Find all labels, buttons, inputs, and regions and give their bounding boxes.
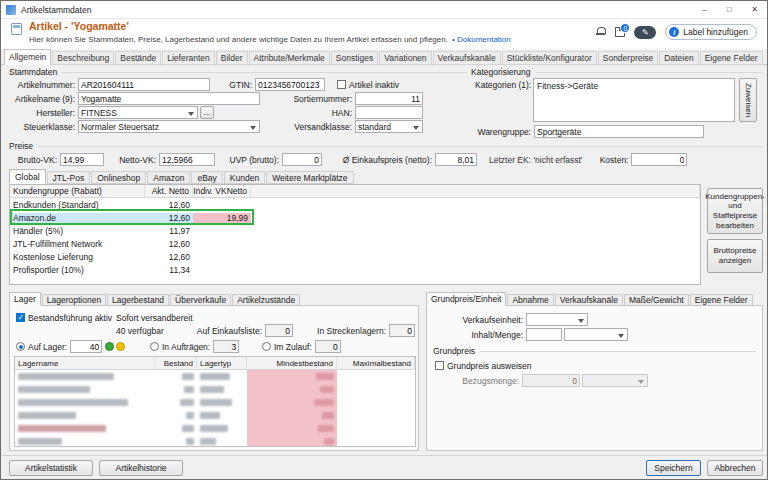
tab-attribute[interactable]: Attribute/Merkmale bbox=[249, 51, 330, 65]
artikel-inaktiv-label: Artikel inaktiv bbox=[349, 80, 399, 90]
tab-sonderpreise[interactable]: Sonderpreise bbox=[598, 51, 659, 65]
warengruppe-field[interactable] bbox=[534, 125, 704, 138]
tab-bestaende[interactable]: Bestände bbox=[115, 51, 161, 65]
label-hinzufuegen-button[interactable]: i Label hinzufügen bbox=[665, 24, 757, 40]
stock-ok-icon[interactable] bbox=[105, 342, 114, 351]
dokumentation-link[interactable]: Dokumentation bbox=[452, 35, 511, 44]
tab-allgemein[interactable]: Allgemein bbox=[4, 49, 51, 65]
artikelname-field[interactable] bbox=[78, 92, 260, 105]
im-zulauf-radio[interactable] bbox=[262, 342, 271, 351]
tab-bilder[interactable]: Bilder bbox=[216, 51, 248, 65]
article-icon bbox=[11, 23, 22, 35]
table-row[interactable]: Händler (5%) 11,97 bbox=[10, 224, 700, 237]
inhalt-einheit-select[interactable] bbox=[564, 328, 628, 341]
warehouse-row[interactable] bbox=[15, 435, 415, 447]
netto-vk-field[interactable] bbox=[159, 153, 215, 166]
im-zulauf-field[interactable] bbox=[315, 340, 341, 353]
tab-eigene-felder[interactable]: Eigene Felder bbox=[700, 51, 763, 65]
lager-tab-lager[interactable]: Lager bbox=[9, 292, 41, 306]
preis-tab-amazon[interactable]: Amazon bbox=[147, 171, 190, 184]
table-row[interactable]: Kostenlose Lieferung 12,60 bbox=[10, 250, 700, 263]
preis-tab-weitere[interactable]: Weitere Marktplätze bbox=[266, 171, 353, 184]
col-lagername[interactable]: Lagername bbox=[15, 357, 155, 370]
col-kundengruppe[interactable]: Kundengruppe (Rabatt) bbox=[10, 185, 145, 198]
verkaufseinheit-select[interactable] bbox=[526, 313, 588, 326]
streckenlager-field[interactable] bbox=[389, 324, 415, 337]
table-row-selected[interactable]: Amazon.de 12,60 19,99 bbox=[10, 211, 700, 224]
stock-edit-icon[interactable] bbox=[116, 342, 125, 351]
artikel-inaktiv-checkbox[interactable] bbox=[337, 80, 346, 89]
han-field[interactable] bbox=[355, 106, 423, 119]
staffelpreise-button[interactable]: Kundengruppen- und Staffelpreise bearbei… bbox=[707, 188, 763, 234]
package-icon[interactable]: 0 bbox=[615, 27, 625, 37]
tab-lieferanten[interactable]: Lieferanten bbox=[162, 51, 215, 65]
artikelhistorie-button[interactable]: Artikelhistorie bbox=[99, 460, 183, 476]
maximize-icon[interactable]: □ bbox=[717, 1, 742, 18]
cell-akt-netto: 12,60 bbox=[145, 252, 193, 262]
in-auftraegen-radio[interactable] bbox=[150, 342, 159, 351]
table-row[interactable]: Endkunden (Standard) 12,60 bbox=[10, 198, 700, 211]
brutto-vk-field[interactable] bbox=[60, 153, 104, 166]
cell-akt-netto: 12,60 bbox=[145, 239, 193, 249]
gtin-field[interactable] bbox=[255, 78, 325, 91]
kategorien-box[interactable]: Fitness->Geräte bbox=[533, 78, 735, 122]
warehouse-row[interactable] bbox=[15, 409, 415, 422]
artikelstatistik-button[interactable]: Artikelstatistik bbox=[9, 460, 93, 476]
minimize-icon[interactable]: – bbox=[692, 1, 717, 18]
bestandsfuehrung-checkbox[interactable] bbox=[16, 313, 25, 322]
uvp-field[interactable] bbox=[282, 153, 322, 166]
zuweisen-button[interactable]: Zuweisen bbox=[739, 78, 757, 122]
warehouse-row[interactable] bbox=[15, 370, 415, 383]
tab-dateien[interactable]: Dateien bbox=[659, 51, 698, 65]
sofort-versandbereit-text: Sofort versandbereit bbox=[116, 313, 193, 323]
col-akt-netto[interactable]: Akt. Netto bbox=[145, 185, 193, 198]
tab-beschreibung[interactable]: Beschreibung bbox=[52, 51, 114, 65]
bell-icon[interactable] bbox=[596, 27, 606, 37]
gtin-label: GTIN: bbox=[216, 80, 252, 90]
close-icon[interactable]: ✕ bbox=[742, 1, 767, 18]
einkaufsliste-field[interactable] bbox=[265, 324, 293, 337]
table-row[interactable]: JTL-Fulfillment Network 12,60 bbox=[10, 237, 700, 250]
auf-lager-field[interactable] bbox=[70, 340, 102, 353]
col-lagertyp[interactable]: Lagertyp bbox=[197, 357, 247, 370]
warehouse-row[interactable] bbox=[15, 383, 415, 396]
tab-variationen[interactable]: Variationen bbox=[379, 51, 431, 65]
tab-verkaufskanaele[interactable]: Verkaufskanäle bbox=[433, 51, 501, 65]
steuerklasse-select[interactable]: Normaler Steuersatz bbox=[78, 120, 260, 133]
col-maximalbestand[interactable]: Maximalbestand bbox=[337, 357, 415, 370]
sortiernummer-field[interactable] bbox=[355, 92, 423, 105]
versandklasse-select[interactable]: standard bbox=[355, 120, 423, 133]
main-tabstrip: Allgemein Beschreibung Bestände Lieferan… bbox=[1, 49, 767, 65]
preis-tab-global[interactable]: Global bbox=[9, 169, 46, 184]
gp-tab-grundpreis[interactable]: Grundpreis/Einheit bbox=[426, 292, 506, 306]
abbrechen-button[interactable]: Abbrechen bbox=[707, 460, 763, 476]
blurred-text bbox=[18, 373, 114, 380]
speichern-button[interactable]: Speichern bbox=[646, 460, 701, 476]
kosten-field[interactable] bbox=[631, 153, 687, 166]
tab-stueckliste[interactable]: Stückliste/Konfigurator bbox=[502, 51, 597, 65]
edit-pill[interactable]: ✎ bbox=[634, 26, 656, 39]
inhalt-menge-field[interactable] bbox=[526, 328, 562, 341]
hersteller-select[interactable]: FITNESS bbox=[78, 106, 198, 119]
cell-akt-netto: 12,60 bbox=[145, 213, 193, 223]
col-mindestbestand[interactable]: Mindestbestand bbox=[247, 357, 337, 370]
col-bestand[interactable]: Bestand bbox=[155, 357, 197, 370]
col-indiv-vknetto[interactable]: Indiv. VKNetto bbox=[193, 185, 251, 198]
preis-tab-onlineshop[interactable]: Onlineshop bbox=[91, 171, 146, 184]
preis-tab-ebay[interactable]: eBay bbox=[191, 171, 222, 184]
tab-sonstiges[interactable]: Sonstiges bbox=[331, 51, 378, 65]
artikelnummer-field[interactable] bbox=[78, 78, 210, 91]
einkaufspreis-field[interactable] bbox=[435, 153, 477, 166]
verkaufseinheit-label: Verkaufseinheit: bbox=[431, 315, 523, 325]
table-row[interactable]: Profisportler (10%) 11,34 bbox=[10, 263, 700, 276]
auf-lager-radio[interactable] bbox=[16, 342, 25, 351]
warehouse-row[interactable] bbox=[15, 396, 415, 409]
bruttopreise-button[interactable]: Bruttopreise anzeigen bbox=[707, 239, 763, 273]
in-auftraegen-field[interactable] bbox=[213, 340, 239, 353]
preis-tab-jtl-pos[interactable]: JTL-Pos bbox=[47, 171, 91, 184]
titlebar[interactable]: Artikelstammdaten – □ ✕ bbox=[1, 1, 767, 19]
grundpreis-ausweisen-checkbox[interactable] bbox=[435, 361, 444, 370]
hersteller-browse-button[interactable]: ... bbox=[200, 106, 214, 119]
preis-tab-kunden[interactable]: Kunden bbox=[224, 171, 265, 184]
warehouse-row[interactable] bbox=[15, 422, 415, 435]
